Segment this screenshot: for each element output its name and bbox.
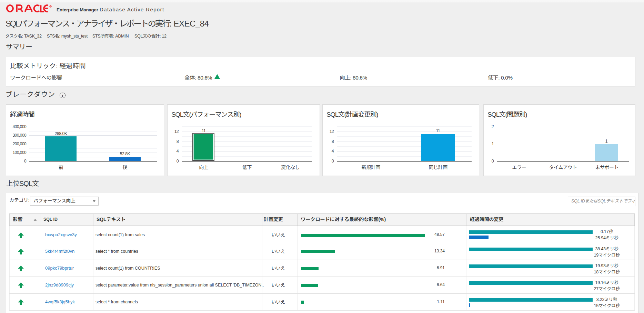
- svg-text:R: R: [50, 6, 51, 7]
